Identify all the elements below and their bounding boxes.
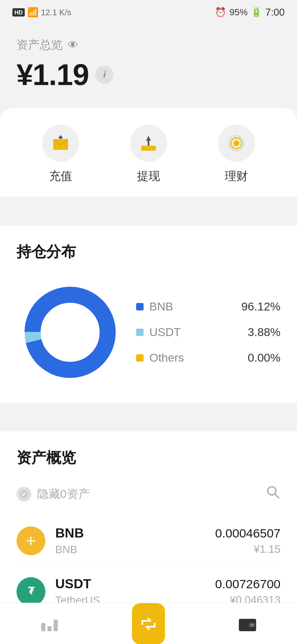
alarm-icon: ⏰ [215,7,226,18]
usdt-logo-svg: ₮ [21,582,40,601]
nav-swap-button[interactable] [132,607,165,640]
svg-rect-24 [54,620,58,631]
nav-chart[interactable] [33,607,66,640]
info-button[interactable]: i [95,66,113,84]
nav-wallet[interactable] [231,607,264,640]
legend-bnb: BNB 96.12% [136,300,280,313]
check-icon [19,490,28,499]
chart-legend-row: BNB 96.12% USDT 3.88% Others 0.00% [16,279,280,386]
usdt-name: USDT [55,576,205,592]
usdt-info: USDT TetherUS [55,576,205,607]
withdraw-action[interactable]: 提现 [130,125,167,184]
svg-point-29 [251,624,253,626]
usdt-logo: ₮ [16,577,45,606]
bnb-values: 0.00046507 ¥1.15 [215,526,281,556]
legend: BNB 96.12% USDT 3.88% Others 0.00% [136,300,280,365]
donut-chart [16,279,124,386]
usdt-dot [136,329,144,336]
chart-icon [39,615,60,633]
asset-title-row: 资产总览 👁 [16,37,280,53]
finance-icon [227,134,245,152]
wallet-icon [237,615,258,633]
swap-button[interactable] [132,603,165,644]
swap-icon [138,613,159,634]
withdraw-icon-circle [130,125,167,162]
legend-usdt: USDT 3.88% [136,326,280,339]
filter-row: 隐藏0资产 [16,485,280,503]
search-svg [266,485,280,500]
withdraw-icon [139,134,158,152]
svg-rect-23 [47,626,52,631]
filter-label-text: 隐藏0资产 [37,486,90,502]
usdt-values: 0.00726700 ¥0.046313 [215,577,281,606]
finance-label: 理财 [225,168,248,184]
svg-text:₮: ₮ [28,585,35,597]
legend-others: Others 0.00% [136,351,280,365]
recharge-icon [52,134,70,152]
svg-line-11 [275,494,279,498]
svg-rect-22 [41,623,45,631]
finance-action[interactable]: 理财 [218,125,255,184]
bnb-subname: BNB [55,543,205,556]
recharge-icon-circle [42,125,79,162]
total-amount-value: ¥1.19 [16,58,89,92]
battery-pct: 95% [229,7,248,18]
usdt-legend-pct: 3.88% [248,326,280,339]
action-card: 充值 提现 [0,108,297,197]
asset-item-bnb[interactable]: BNB BNB 0.00046507 ¥1.15 [16,516,280,566]
bnb-amount: 0.00046507 [215,526,281,540]
holdings-section: 持仓分布 BNB 96.12% USDT 3.88% [0,225,297,402]
signal-icon: 📶 [27,7,38,18]
svg-point-8 [233,140,239,146]
status-right: ⏰ 95% 🔋 7:00 [215,7,285,18]
withdraw-label: 提现 [137,168,160,184]
svg-rect-5 [148,140,149,146]
others-legend-pct: 0.00% [248,351,280,365]
header-section: 资产总览 👁 ¥1.19 i [0,25,297,104]
others-legend-name: Others [149,351,242,365]
time-display: 7:00 [265,7,285,18]
filter-left[interactable]: 隐藏0资产 [16,486,90,502]
holdings-title: 持仓分布 [16,242,280,262]
status-bar: HD 📶 12.1 K/s ⏰ 95% 🔋 7:00 [0,0,297,25]
others-dot [136,354,144,362]
action-buttons-row: 充值 提现 [0,125,297,184]
bnb-name: BNB [55,526,205,541]
svg-rect-2 [60,136,61,139]
bnb-legend-name: BNB [149,300,236,313]
bnb-cny: ¥1.15 [215,543,281,556]
asset-overview-label: 资产总览 [16,37,63,53]
divider-2 [0,415,297,419]
recharge-action[interactable]: 充值 [42,125,79,184]
bnb-dot [136,303,144,310]
search-icon[interactable] [266,485,280,503]
divider-1 [0,209,297,213]
bnb-logo [16,526,45,555]
total-amount-row: ¥1.19 i [16,58,280,92]
hide-zero-checkbox[interactable] [16,487,31,502]
donut-hole [42,304,98,360]
finance-icon-circle [218,125,255,162]
bnb-legend-pct: 96.12% [241,300,280,313]
wifi-speed: 12.1 K/s [41,8,71,17]
recharge-label: 充值 [49,168,72,184]
usdt-legend-name: USDT [149,326,242,339]
usdt-amount: 0.00726700 [215,577,281,591]
svg-rect-3 [141,146,156,151]
bottom-nav [0,603,297,644]
status-left: HD 📶 12.1 K/s [12,7,71,18]
bnb-info: BNB BNB [55,526,205,556]
battery-icon: 🔋 [251,7,262,18]
asset-overview-title: 资产概览 [16,448,280,468]
eye-icon[interactable]: 👁 [68,39,78,52]
bnb-logo-svg [21,531,40,550]
hd-badge: HD [12,8,25,17]
